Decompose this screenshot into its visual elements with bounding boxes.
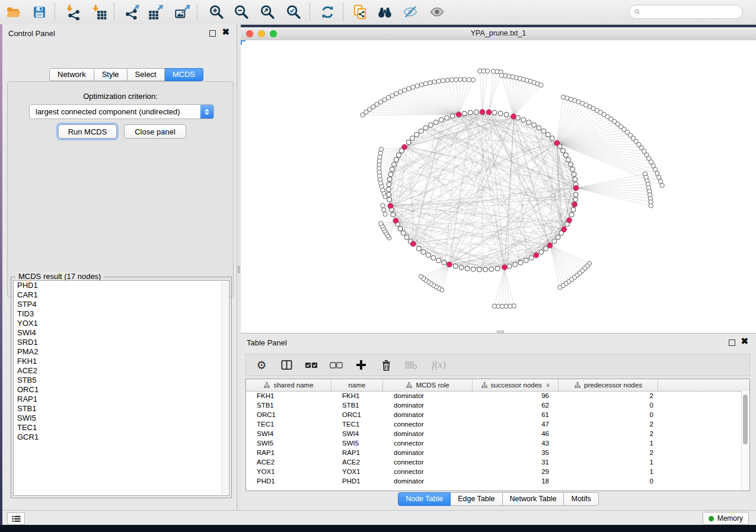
- optimization-selected-value: largest connected component (undirected): [30, 107, 200, 116]
- import-table-icon[interactable]: [89, 2, 109, 21]
- mcds-result-item[interactable]: PMA2: [14, 347, 229, 357]
- close-panel-icon[interactable]: ✖: [741, 336, 748, 347]
- export-image-icon[interactable]: [172, 2, 192, 21]
- select-all-icon[interactable]: [304, 357, 318, 373]
- delete-column-trash-icon[interactable]: [379, 357, 393, 373]
- cell-name: ORC1: [331, 410, 383, 419]
- refresh-icon[interactable]: [317, 2, 337, 21]
- memory-button[interactable]: Memory: [703, 512, 749, 525]
- table-row[interactable]: ACE2ACE2connector311: [246, 457, 742, 467]
- tab-network-table[interactable]: Network Table: [503, 492, 564, 506]
- tab-select[interactable]: Select: [127, 68, 165, 81]
- mcds-result-title: MCDS result (17 nodes): [15, 272, 104, 281]
- mcds-result-item[interactable]: GCR1: [14, 432, 229, 442]
- mcds-result-item[interactable]: TID3: [14, 309, 229, 319]
- table-row[interactable]: YOX1YOX1connector291: [246, 467, 742, 476]
- zoom-selected-icon[interactable]: [283, 2, 304, 21]
- task-history-button[interactable]: [7, 512, 25, 525]
- mcds-result-item[interactable]: FKH1: [14, 357, 229, 366]
- export-table-icon[interactable]: [145, 2, 165, 21]
- mcds-result-item[interactable]: STB5: [14, 376, 229, 385]
- table-row[interactable]: PHD1PHD1dominator180: [246, 476, 742, 486]
- cell-shared-name: FKH1: [246, 391, 331, 400]
- tab-network[interactable]: Network: [49, 68, 94, 81]
- cell-MCDS-role: dominator: [383, 400, 473, 410]
- run-mcds-button[interactable]: Run MCDS: [58, 124, 117, 139]
- deselect-all-icon[interactable]: [329, 357, 343, 373]
- table-row[interactable]: FKH1FKH1dominator962: [246, 391, 742, 400]
- table-settings-gear-icon[interactable]: ⚙: [254, 357, 269, 373]
- open-icon[interactable]: [4, 2, 24, 21]
- network-graph[interactable]: [241, 40, 756, 333]
- import-network-icon[interactable]: [63, 2, 83, 21]
- column-header-label: name: [349, 382, 366, 389]
- cell-successor-nodes: 29: [473, 467, 559, 476]
- table-row[interactable]: TEC1TEC1connector472: [246, 419, 742, 429]
- tab-mcds[interactable]: MCDS: [165, 68, 203, 81]
- scrollbar-thumb[interactable]: [743, 395, 748, 444]
- cell-predecessor-nodes: 2: [559, 419, 658, 429]
- table-row[interactable]: SWI4SWI4dominator462: [246, 429, 742, 438]
- tab-motifs[interactable]: Motifs: [564, 492, 598, 506]
- mcds-result-item[interactable]: YOX1: [14, 319, 229, 328]
- float-panel-icon[interactable]: [729, 339, 735, 346]
- mcds-result-item[interactable]: ORC1: [14, 385, 229, 395]
- mcds-result-item[interactable]: STP4: [14, 300, 229, 309]
- show-all-eye-icon[interactable]: [427, 2, 447, 21]
- mcds-result-item[interactable]: CAR1: [14, 290, 229, 300]
- zoom-out-icon[interactable]: [231, 2, 251, 21]
- search-box[interactable]: [629, 5, 743, 19]
- show-columns-icon[interactable]: [279, 357, 294, 373]
- memory-label: Memory: [717, 514, 743, 523]
- table-row[interactable]: SWI5SWI5connector431: [246, 438, 742, 448]
- cell-MCDS-role: dominator: [383, 429, 473, 438]
- table-row[interactable]: STB1STB1dominator620: [246, 400, 742, 410]
- mcds-result-item[interactable]: STB1: [14, 404, 229, 414]
- cell-predecessor-nodes: 2: [559, 429, 658, 438]
- tab-node-table[interactable]: Node Table: [398, 492, 451, 506]
- mcds-result-list[interactable]: PHD1CAR1STP4TID3YOX1SWI4SRD1PMA2FKH1ACE2…: [13, 280, 229, 496]
- network-window: YPA_prune.txt_1: [241, 27, 756, 333]
- mcds-result-item[interactable]: SWI4: [14, 328, 229, 338]
- table-row[interactable]: RAP1RAP1dominator352: [246, 448, 742, 457]
- hide-selected-eye-icon[interactable]: [400, 2, 420, 21]
- save-icon[interactable]: [29, 2, 49, 21]
- zoom-fit-icon[interactable]: [257, 2, 277, 21]
- control-panel-title: Control Panel: [8, 29, 55, 38]
- network-window-titlebar[interactable]: YPA_prune.txt_1: [241, 27, 756, 41]
- tab-style[interactable]: Style: [94, 68, 127, 81]
- column-header-successor-nodes[interactable]: successor nodes∨: [473, 379, 559, 391]
- network-canvas[interactable]: [241, 40, 756, 333]
- float-panel-icon[interactable]: [209, 30, 216, 37]
- mcds-result-group: MCDS result (17 nodes) PHD1CAR1STP4TID3Y…: [11, 277, 232, 498]
- add-column-icon[interactable]: [354, 357, 368, 373]
- mcds-result-item[interactable]: ACE2: [14, 366, 229, 376]
- table-row[interactable]: ORC1ORC1dominator610: [246, 410, 742, 419]
- mcds-result-item[interactable]: RAP1: [14, 395, 229, 404]
- mcds-result-item[interactable]: TEC1: [14, 423, 229, 432]
- column-header-name[interactable]: name: [331, 379, 383, 391]
- export-network-icon[interactable]: [122, 2, 142, 21]
- optimization-select[interactable]: largest connected component (undirected): [29, 104, 214, 119]
- table-scrollbar[interactable]: [741, 391, 749, 491]
- close-panel-button[interactable]: Close panel: [124, 124, 186, 139]
- mcds-result-item[interactable]: PHD1: [14, 281, 229, 290]
- cell-predecessor-nodes: 1: [559, 467, 658, 476]
- splitter-handle[interactable]: [238, 266, 240, 273]
- search-input[interactable]: [643, 7, 738, 17]
- tab-edge-table[interactable]: Edge Table: [451, 492, 502, 506]
- mcds-list-scrollbar[interactable]: [221, 281, 228, 495]
- close-panel-icon[interactable]: ✖: [222, 27, 229, 37]
- cell-name: ACE2: [331, 457, 383, 467]
- column-header-predecessor-nodes[interactable]: predecessor nodes: [559, 379, 658, 391]
- control-tabs: NetworkStyleSelectMCDS: [49, 68, 203, 81]
- optimization-label: Optimization criterion:: [8, 92, 233, 101]
- mcds-result-item[interactable]: SRD1: [14, 338, 229, 347]
- window-resize-corner[interactable]: [241, 40, 245, 45]
- copy-network-icon[interactable]: [350, 2, 370, 21]
- binoculars-icon[interactable]: [375, 2, 395, 21]
- zoom-in-icon[interactable]: [206, 2, 227, 21]
- column-header-shared-name[interactable]: shared name: [246, 379, 331, 391]
- column-header-MCDS-role[interactable]: MCDS role: [383, 379, 473, 391]
- mcds-result-item[interactable]: SWI5: [14, 414, 229, 423]
